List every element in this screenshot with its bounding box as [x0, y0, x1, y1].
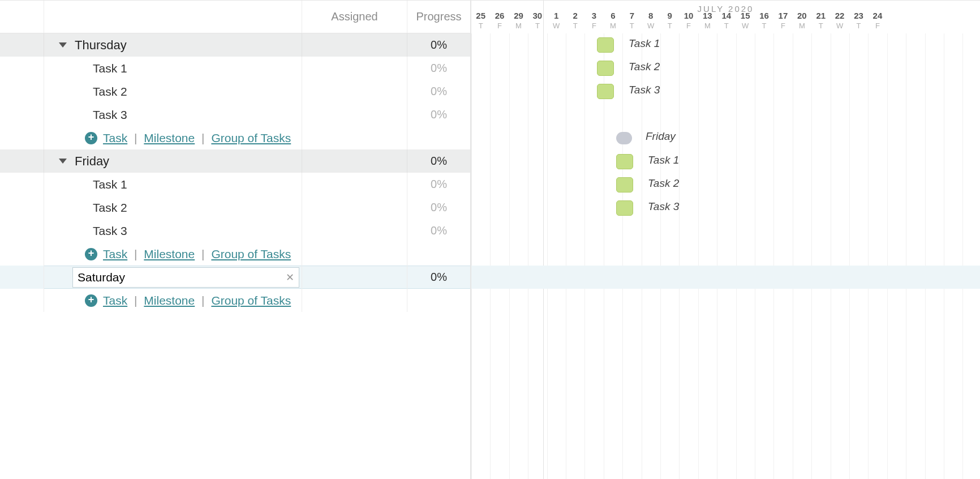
- group-row-editing[interactable]: ✕ 0%: [0, 266, 470, 289]
- progress-cell: 0%: [407, 80, 470, 103]
- day-column: 8W: [642, 11, 660, 33]
- add-row: Task | Milestone | Group of Tasks: [0, 126, 470, 149]
- plus-circle-icon[interactable]: [85, 294, 97, 307]
- day-column: 26F: [490, 11, 509, 33]
- table-header: Assigned Progress: [0, 1, 470, 33]
- day-column: 3F: [584, 11, 603, 33]
- day-column: 16T: [755, 11, 773, 33]
- add-group-link[interactable]: Group of Tasks: [211, 131, 291, 144]
- gantt-bar[interactable]: [616, 154, 633, 169]
- day-column: 13M: [698, 11, 717, 33]
- group-row-thursday[interactable]: Thursday 0%: [0, 33, 470, 57]
- day-column: 1W: [547, 11, 566, 33]
- plus-circle-icon[interactable]: [85, 132, 97, 144]
- task-name[interactable]: Task 2: [93, 85, 127, 99]
- day-column: 23T: [849, 11, 868, 33]
- timeline-header: JULY 2020 25T26F29M30T1W2T3F6M7T8W9T10F1…: [471, 1, 980, 33]
- add-task-link[interactable]: Task: [103, 131, 127, 144]
- header-spacer: [0, 1, 44, 33]
- day-column: 17F: [773, 11, 792, 33]
- gantt-milestone-label: Friday: [646, 130, 676, 143]
- add-milestone-link[interactable]: Milestone: [144, 294, 195, 307]
- task-name[interactable]: Task 2: [93, 201, 127, 215]
- day-column: 14T: [717, 11, 736, 33]
- progress-cell: 0%: [407, 196, 470, 219]
- header-name: [44, 1, 302, 33]
- group-name-input-wrap[interactable]: ✕: [72, 267, 299, 288]
- gantt-bar-label: Task 3: [648, 200, 679, 213]
- close-icon[interactable]: ✕: [281, 271, 299, 284]
- day-column: 20M: [793, 11, 811, 33]
- gantt-bar-label: Task 2: [648, 177, 679, 190]
- gantt-bar[interactable]: [597, 37, 614, 53]
- table-body: Thursday 0% Task 1 0% Task 2 0% Task 3: [0, 33, 470, 479]
- add-group-link[interactable]: Group of Tasks: [211, 294, 291, 307]
- caret-down-icon[interactable]: [59, 42, 67, 48]
- add-row: Task | Milestone | Group of Tasks: [0, 289, 470, 312]
- task-row[interactable]: Task 2 0%: [0, 80, 470, 103]
- gantt-bar[interactable]: [616, 177, 633, 193]
- group-name-input[interactable]: [73, 268, 281, 286]
- plus-circle-icon[interactable]: [85, 248, 97, 260]
- gantt-bar[interactable]: [616, 200, 633, 216]
- progress-cell: 0%: [407, 57, 470, 80]
- day-column: 7T: [622, 11, 641, 33]
- group-name[interactable]: Friday: [75, 154, 109, 169]
- task-row[interactable]: Task 1 0%: [0, 57, 470, 80]
- add-milestone-link[interactable]: Milestone: [144, 247, 195, 260]
- day-column: 9T: [660, 11, 679, 33]
- header-assigned[interactable]: Assigned: [302, 1, 407, 33]
- caret-down-icon[interactable]: [59, 159, 67, 164]
- progress-cell: 0%: [407, 149, 470, 173]
- task-row[interactable]: Task 2 0%: [0, 196, 470, 219]
- timeline-grid: [471, 33, 980, 479]
- add-row: Task | Milestone | Group of Tasks: [0, 242, 470, 266]
- progress-cell: 0%: [407, 103, 470, 126]
- task-row[interactable]: Task 3 0%: [0, 219, 470, 242]
- task-name[interactable]: Task 3: [93, 224, 127, 238]
- task-row[interactable]: Task 3 0%: [0, 103, 470, 126]
- gantt-app: Assigned Progress Thursday 0% Task 1 0%: [0, 0, 980, 479]
- day-column: 22W: [830, 11, 849, 33]
- day-column: 10F: [679, 11, 698, 33]
- gantt-bar[interactable]: [597, 61, 614, 76]
- add-milestone-link[interactable]: Milestone: [144, 131, 195, 144]
- gantt-milestone[interactable]: [616, 132, 632, 144]
- task-name[interactable]: Task 1: [93, 178, 127, 191]
- progress-cell: 0%: [407, 173, 470, 196]
- task-name[interactable]: Task 3: [93, 108, 127, 122]
- gantt-bar[interactable]: [597, 84, 614, 99]
- day-column: 2T: [566, 11, 584, 33]
- gantt-bar-label: Task 1: [629, 37, 660, 50]
- timeline-row-highlight: [471, 266, 980, 289]
- task-table: Assigned Progress Thursday 0% Task 1 0%: [0, 1, 471, 479]
- day-column: 24F: [868, 11, 887, 33]
- day-column: 29M: [509, 11, 528, 33]
- day-column: 21T: [811, 11, 830, 33]
- add-task-link[interactable]: Task: [103, 294, 127, 307]
- group-name[interactable]: Thursday: [75, 38, 127, 53]
- timeline-panel[interactable]: JULY 2020 25T26F29M30T1W2T3F6M7T8W9T10F1…: [471, 1, 980, 479]
- progress-cell: 0%: [407, 266, 470, 289]
- day-column: 25T: [471, 11, 490, 33]
- add-task-link[interactable]: Task: [103, 247, 127, 260]
- day-column: 30T: [528, 11, 547, 33]
- gantt-bar-label: Task 1: [648, 154, 679, 166]
- gantt-bar-label: Task 2: [629, 61, 660, 73]
- day-column: 15W: [736, 11, 754, 33]
- header-progress[interactable]: Progress: [407, 1, 470, 33]
- gantt-bar-label: Task 3: [629, 84, 660, 96]
- date-strip: 25T26F29M30T1W2T3F6M7T8W9T10F13M14T15W16…: [471, 11, 980, 33]
- task-name[interactable]: Task 1: [93, 62, 127, 75]
- progress-cell: 0%: [407, 33, 470, 57]
- progress-cell: 0%: [407, 219, 470, 242]
- task-row[interactable]: Task 1 0%: [0, 173, 470, 196]
- group-row-friday[interactable]: Friday 0%: [0, 149, 470, 173]
- day-column: 6M: [604, 11, 622, 33]
- add-group-link[interactable]: Group of Tasks: [211, 247, 291, 260]
